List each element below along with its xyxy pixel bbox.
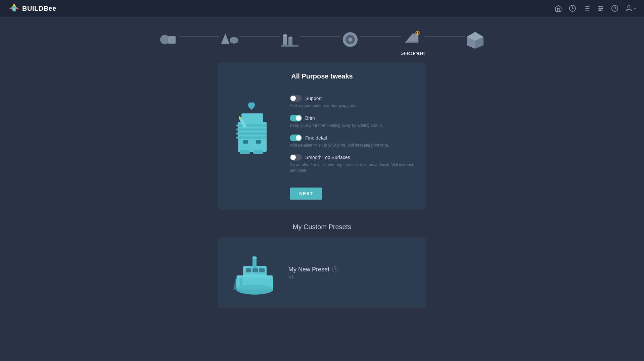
smooth-top-toggle[interactable] <box>290 154 302 161</box>
setting-support: Support Add support under overhanging pa… <box>290 95 416 109</box>
step-2[interactable] <box>219 29 239 53</box>
preset-help-icon[interactable]: ? <box>332 266 338 272</box>
svg-marker-23 <box>221 34 230 44</box>
fine-detail-desc: Add detailed finish to your print. Will … <box>290 143 416 148</box>
svg-rect-25 <box>283 35 287 45</box>
svg-marker-74 <box>233 276 273 290</box>
custom-presets-title: My Custom Presets <box>238 223 406 231</box>
preset-version: V1 <box>288 274 338 279</box>
next-button[interactable]: NEXT <box>290 188 322 200</box>
header-nav: ▾ <box>555 5 636 12</box>
svg-rect-57 <box>256 140 261 144</box>
svg-rect-56 <box>243 140 248 144</box>
step-connector-5 <box>425 36 465 37</box>
svg-rect-52 <box>236 124 267 126</box>
svg-rect-54 <box>236 133 267 135</box>
step-3[interactable] <box>280 29 300 53</box>
svg-rect-53 <box>236 128 267 131</box>
preset-name-text: My New Preset <box>288 266 329 273</box>
brim-desc: Keep your print from peeling away by add… <box>290 123 416 128</box>
svg-rect-67 <box>246 268 251 272</box>
preset-3d-icon <box>230 244 280 301</box>
preset-model-preview <box>228 244 282 301</box>
step-5-label: Select Preset <box>401 51 424 56</box>
sliders-icon[interactable] <box>597 5 604 12</box>
setting-smooth-top: Smooth Top Surfaces Do an ultra fine pas… <box>290 154 416 173</box>
model-preview <box>228 95 282 162</box>
brim-toggle[interactable] <box>290 115 302 121</box>
svg-rect-69 <box>259 268 265 272</box>
step-4[interactable] <box>340 29 360 53</box>
setting-fine-detail: Fine detail Add detailed finish to your … <box>290 135 416 148</box>
svg-rect-62 <box>253 150 263 154</box>
svg-point-38 <box>417 32 418 34</box>
help-icon[interactable] <box>611 5 618 12</box>
step-connector-1 <box>179 36 219 37</box>
main-content: All Purpose tweaks <box>0 59 644 321</box>
model-3d-icon <box>230 95 280 162</box>
logo-icon <box>8 2 20 14</box>
svg-rect-61 <box>240 150 250 154</box>
svg-point-24 <box>230 37 238 44</box>
svg-point-20 <box>628 6 630 8</box>
step-6[interactable] <box>465 29 485 53</box>
svg-point-34 <box>348 38 352 42</box>
preset-name-row: My New Preset ? <box>288 266 338 273</box>
support-desc: Add support under overhanging parts. <box>290 103 416 109</box>
support-toggle[interactable] <box>290 95 302 102</box>
header: BUILDBee <box>0 0 644 17</box>
svg-point-27 <box>283 34 287 36</box>
support-label: Support <box>305 96 322 101</box>
svg-rect-42 <box>419 33 420 33</box>
list-icon[interactable] <box>583 5 590 12</box>
svg-rect-22 <box>168 36 176 44</box>
svg-point-28 <box>288 37 292 39</box>
svg-rect-58 <box>241 113 263 123</box>
home-icon[interactable] <box>555 5 562 12</box>
svg-marker-36 <box>405 41 418 42</box>
svg-rect-41 <box>415 33 416 33</box>
history-icon[interactable] <box>569 5 576 12</box>
preset-card[interactable]: My New Preset ? V1 <box>218 238 426 308</box>
svg-rect-70 <box>252 258 257 268</box>
svg-point-71 <box>252 256 257 259</box>
svg-rect-39 <box>417 31 418 32</box>
fine-detail-label: Fine detail <box>305 135 327 141</box>
step-connector-4 <box>360 36 401 37</box>
svg-point-17 <box>599 10 601 11</box>
svg-marker-35 <box>405 33 418 42</box>
step-5[interactable]: Select Preset <box>401 27 424 56</box>
logo-text: BUILDBee <box>22 5 56 12</box>
svg-point-16 <box>601 8 603 9</box>
svg-point-4 <box>13 8 15 10</box>
svg-rect-55 <box>236 137 267 139</box>
user-menu[interactable]: ▾ <box>625 5 636 12</box>
svg-point-21 <box>160 35 170 44</box>
preset-info: My New Preset ? V1 <box>288 266 338 279</box>
smooth-top-desc: Do an ultra fine pass over top surfaces … <box>290 162 416 173</box>
svg-rect-31 <box>281 45 298 47</box>
smooth-top-label: Smooth Top Surfaces <box>305 155 350 160</box>
brim-label: Brim <box>305 115 315 121</box>
svg-rect-26 <box>288 38 292 45</box>
setting-brim: Brim Keep your print from peeling away b… <box>290 115 416 128</box>
progress-steps: Select Preset <box>0 17 644 59</box>
fine-detail-toggle[interactable] <box>290 135 302 141</box>
svg-rect-40 <box>417 34 418 35</box>
logo[interactable]: BUILDBee <box>8 2 56 14</box>
next-btn-container: NEXT <box>290 188 416 200</box>
step-1[interactable] <box>159 29 179 53</box>
svg-point-15 <box>599 6 600 7</box>
svg-rect-68 <box>252 268 258 272</box>
step-connector-3 <box>300 36 340 37</box>
step-connector-2 <box>239 36 280 37</box>
card-title: All Purpose tweaks <box>228 72 416 80</box>
tweaks-card: All Purpose tweaks <box>218 62 426 210</box>
settings-list: Support Add support under overhanging pa… <box>290 95 416 200</box>
